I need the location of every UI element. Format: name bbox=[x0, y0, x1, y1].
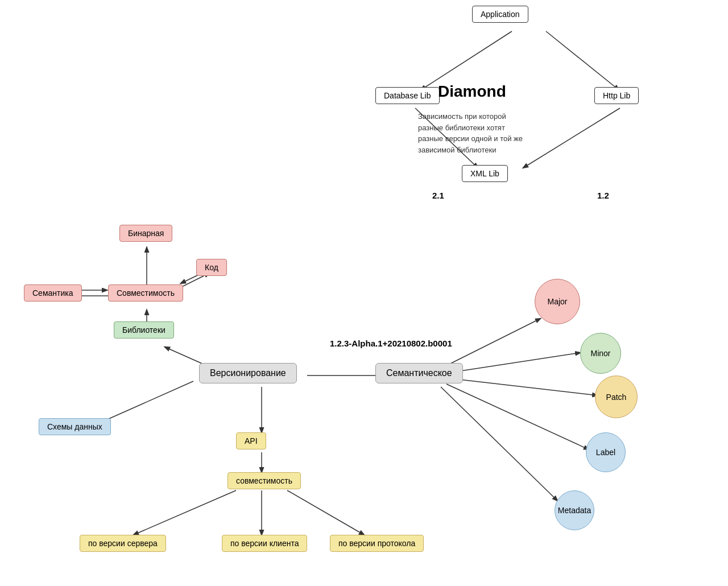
major-node: Major bbox=[535, 279, 580, 324]
minor-node: Minor bbox=[580, 333, 621, 374]
svg-line-0 bbox=[421, 31, 512, 90]
libraries-label: Библиотеки bbox=[114, 321, 174, 339]
semantic-ver-node: Семантическое bbox=[375, 363, 463, 383]
by-client-node: по версии клиента bbox=[222, 535, 307, 552]
svg-line-1 bbox=[546, 31, 619, 90]
http-lib-node: Http Lib bbox=[594, 87, 639, 104]
compatibility-label: Совместимость bbox=[108, 284, 183, 302]
semantic-ver-label: Семантическое bbox=[375, 363, 463, 383]
diagram: Application Database Lib Http Lib XML Li… bbox=[0, 0, 728, 586]
metadata-label: Metadata bbox=[555, 490, 594, 530]
semantics-node: Семантика bbox=[24, 284, 82, 302]
libraries-node: Библиотеки bbox=[114, 321, 174, 339]
by-server-node: по версии сервера bbox=[80, 535, 166, 552]
version-string-label: 1.2.3-Alpha.1+20210802.b0001 bbox=[330, 339, 452, 348]
svg-line-15 bbox=[134, 490, 236, 535]
xml-lib-node: XML Lib bbox=[462, 165, 508, 182]
binary-compat-node: Бинарная bbox=[119, 225, 172, 242]
svg-line-18 bbox=[444, 319, 540, 367]
http-lib-label: Http Lib bbox=[594, 87, 639, 104]
by-server-label: по версии сервера bbox=[80, 535, 166, 552]
database-lib-label: Database Lib bbox=[375, 87, 440, 104]
version-21-label: 2.1 bbox=[432, 191, 444, 200]
major-label: Major bbox=[535, 279, 580, 324]
svg-line-19 bbox=[449, 353, 580, 373]
svg-line-20 bbox=[449, 378, 597, 395]
api-compat-label: совместимость bbox=[228, 472, 301, 489]
patch-label: Patch bbox=[595, 375, 638, 418]
code-label: Код bbox=[196, 259, 227, 276]
label-node: Label bbox=[586, 432, 626, 472]
diamond-desc: Зависимость при которой разные библиотек… bbox=[418, 111, 532, 155]
version-12-label: 1.2 bbox=[597, 191, 609, 200]
api-label: API bbox=[236, 432, 266, 449]
code-node: Код bbox=[196, 259, 227, 276]
api-node: API bbox=[236, 432, 266, 449]
xml-lib-label: XML Lib bbox=[462, 165, 508, 182]
schema-label: Схемы данных bbox=[39, 418, 111, 435]
diamond-title: Diamond bbox=[438, 82, 506, 101]
label-label: Label bbox=[586, 432, 626, 472]
by-client-label: по версии клиента bbox=[222, 535, 307, 552]
patch-node: Patch bbox=[595, 375, 638, 418]
by-protocol-label: по версии протокола bbox=[330, 535, 424, 552]
compatibility-node: Совместимость bbox=[108, 284, 183, 302]
svg-line-21 bbox=[446, 384, 589, 449]
minor-label: Minor bbox=[580, 333, 621, 374]
versioning-label: Версионирование bbox=[199, 363, 297, 383]
svg-line-17 bbox=[287, 490, 364, 535]
metadata-node: Metadata bbox=[555, 490, 594, 530]
semantics-label: Семантика bbox=[24, 284, 82, 302]
svg-line-22 bbox=[441, 387, 557, 501]
api-compat-node: совместимость bbox=[228, 472, 301, 489]
application-node: Application bbox=[472, 6, 528, 23]
schema-node: Схемы данных bbox=[39, 418, 111, 435]
binary-compat-label: Бинарная bbox=[119, 225, 172, 242]
versioning-node: Версионирование bbox=[199, 363, 297, 383]
database-lib-node: Database Lib bbox=[375, 87, 440, 104]
application-label: Application bbox=[472, 6, 528, 23]
svg-line-3 bbox=[523, 108, 620, 168]
by-protocol-node: по версии протокола bbox=[330, 535, 424, 552]
